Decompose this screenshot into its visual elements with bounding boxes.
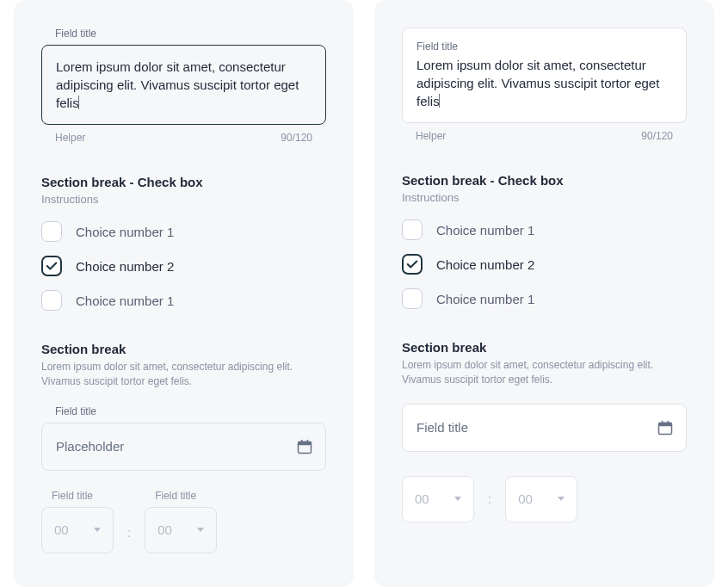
time-hour-select[interactable]: 00: [402, 476, 474, 522]
choice-label: Choice number 1: [436, 223, 534, 238]
textarea-text: Lorem ipsum dolor sit amet, consectetur …: [416, 56, 672, 110]
date-placeholder: Field title: [416, 420, 468, 435]
time-separator: :: [127, 525, 131, 553]
chevron-down-icon: [94, 528, 101, 532]
textarea-text: Lorem ipsum dolor sit amet, consectetur …: [56, 58, 312, 112]
section-title: Section break: [41, 342, 326, 356]
svg-rect-5: [659, 423, 672, 426]
time-minute-value: 00: [157, 522, 172, 537]
time-picker-row: Field title 00 : Field title 00: [41, 490, 326, 553]
choice-item[interactable]: Choice number 1: [402, 288, 687, 309]
date-input[interactable]: Placeholder: [41, 423, 326, 471]
section-title: Section break - Check box: [41, 175, 326, 189]
time-hour-value: 00: [415, 491, 429, 506]
choice-item[interactable]: Choice number 1: [402, 219, 687, 240]
date-section: Section break Lorem ipsum dolor sit amet…: [41, 342, 326, 471]
text-caret: [78, 96, 79, 109]
svg-rect-1: [299, 442, 312, 445]
choice-label: Choice number 1: [436, 292, 534, 306]
checkbox-unchecked-icon[interactable]: [41, 221, 62, 242]
choice-item[interactable]: Choice number 1: [41, 221, 326, 242]
textarea-inner-label: Field title: [416, 40, 672, 53]
textarea-field[interactable]: Field title Lorem ipsum dolor sit amet, …: [402, 28, 687, 123]
section-subtitle: Instructions: [402, 191, 687, 204]
checkbox-checked-icon[interactable]: [402, 254, 423, 275]
time-minute-select[interactable]: 00: [505, 476, 577, 522]
calendar-icon: [657, 419, 674, 436]
char-counter: 90/120: [281, 132, 312, 144]
helper-text: Helper: [416, 130, 446, 142]
time-minute-select[interactable]: 00: [145, 507, 217, 553]
section-title: Section break - Check box: [402, 173, 687, 188]
checkbox-unchecked-icon[interactable]: [41, 290, 62, 311]
checkbox-unchecked-icon[interactable]: [402, 288, 423, 309]
checkbox-section: Section break - Check box Instructions C…: [41, 175, 326, 311]
choice-item[interactable]: Choice number 1: [41, 290, 326, 311]
helper-text: Helper: [55, 132, 85, 144]
form-card-variant-a: Field title Field title Lorem ipsum dolo…: [14, 0, 354, 587]
date-placeholder: Placeholder: [56, 439, 124, 454]
chevron-down-icon: [454, 497, 461, 501]
section-subtitle: Lorem ipsum dolor sit amet, consectetur …: [41, 360, 326, 390]
textarea-field[interactable]: Field title Lorem ipsum dolor sit amet, …: [41, 45, 326, 125]
time-separator: :: [488, 491, 491, 506]
textarea-label: Field title: [55, 28, 326, 40]
time-minute-value: 00: [518, 491, 533, 506]
calendar-icon: [296, 438, 313, 455]
checkbox-section: Section break - Check box Instructions C…: [402, 173, 687, 309]
time-hour-value: 00: [54, 522, 69, 537]
section-title: Section break: [402, 340, 687, 355]
chevron-down-icon: [197, 528, 204, 532]
form-card-variant-b: Field title Lorem ipsum dolor sit amet, …: [374, 0, 714, 587]
section-subtitle: Instructions: [41, 193, 326, 206]
text-caret: [439, 94, 440, 108]
time-field-label: Field title: [155, 490, 217, 502]
time-hour-select[interactable]: 00: [41, 507, 114, 553]
chevron-down-icon: [558, 497, 565, 501]
choice-item[interactable]: Choice number 2: [402, 254, 687, 275]
choice-label: Choice number 2: [76, 259, 174, 274]
choice-label: Choice number 1: [76, 294, 174, 308]
choice-label: Choice number 2: [436, 257, 534, 272]
time-field-label: Field title: [52, 490, 114, 502]
date-section: Section break Lorem ipsum dolor sit amet…: [402, 340, 687, 452]
char-counter: 90/120: [641, 130, 673, 142]
checkbox-unchecked-icon[interactable]: [402, 219, 423, 240]
choice-item[interactable]: Choice number 2: [41, 256, 326, 276]
time-picker-row: Field title 00 : Field title 00: [402, 476, 687, 522]
date-input[interactable]: Field title: [402, 404, 687, 452]
date-field-label: Field title: [55, 405, 326, 417]
choice-label: Choice number 1: [76, 225, 174, 239]
checkbox-checked-icon[interactable]: [41, 256, 62, 276]
section-subtitle: Lorem ipsum dolor sit amet, consectetur …: [402, 358, 687, 388]
